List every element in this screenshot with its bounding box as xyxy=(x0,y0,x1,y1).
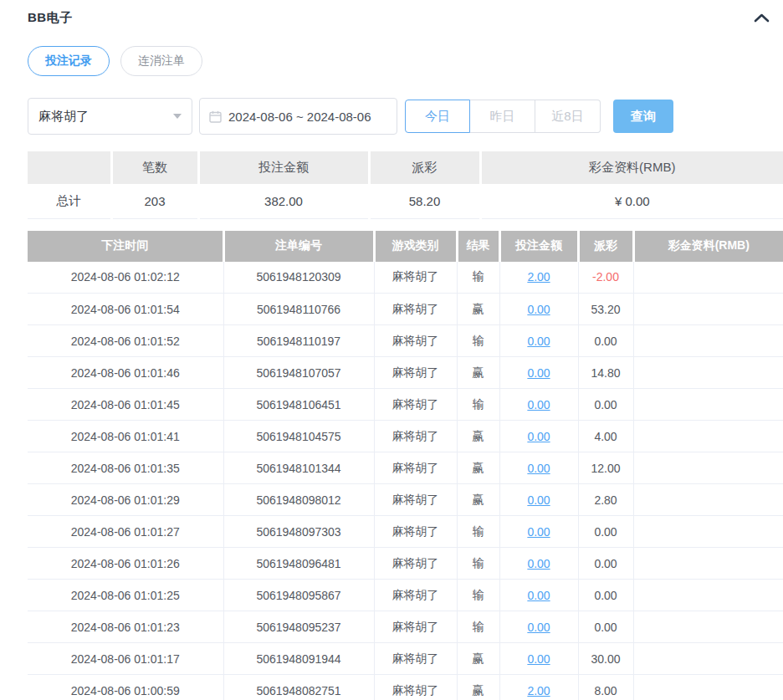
bonus-cell xyxy=(633,484,783,516)
bet-amount-link[interactable]: 0.00 xyxy=(527,366,550,380)
header-bet-amount: 投注金额 xyxy=(499,231,578,262)
bet-time-cell: 2024-08-06 01:01:41 xyxy=(28,421,223,452)
bet-amount-link[interactable]: 0.00 xyxy=(527,398,550,411)
page-title: BB电子 xyxy=(28,10,783,26)
collapse-button[interactable] xyxy=(751,8,771,27)
bonus-cell xyxy=(633,325,783,357)
bet-time-cell: 2024-08-06 01:01:26 xyxy=(28,548,223,580)
bet-time-cell: 2024-08-06 01:01:35 xyxy=(28,452,223,484)
payout-cell: 8.00 xyxy=(578,675,633,700)
game-type-cell: 麻将胡了 xyxy=(374,452,457,484)
header-payout: 派彩 xyxy=(578,231,633,262)
bet-amount-cell: 0.00 xyxy=(499,389,578,421)
payout-cell: 0.00 xyxy=(578,516,633,548)
game-select[interactable]: 麻将胡了 xyxy=(28,98,192,135)
bet-amount-cell: 0.00 xyxy=(499,611,578,643)
bet-amount-link[interactable]: 0.00 xyxy=(527,462,550,475)
bet-time-cell: 2024-08-06 01:01:54 xyxy=(28,294,223,325)
quick-date-group: 今日 昨日 近8日 xyxy=(405,100,601,133)
calendar-icon xyxy=(209,110,222,123)
payout-cell: 0.00 xyxy=(578,548,633,580)
bet-amount-cell: 0.00 xyxy=(499,294,578,325)
bet-amount-link[interactable]: 2.00 xyxy=(527,270,550,284)
date-range-input[interactable]: 2024-08-06 ~ 2024-08-06 xyxy=(199,98,397,135)
bet-amount-link[interactable]: 0.00 xyxy=(527,652,550,666)
result-cell: 输 xyxy=(457,325,499,357)
tab-cancelled-orders[interactable]: 连消注单 xyxy=(120,46,202,76)
bet-time-cell: 2024-08-06 01:00:59 xyxy=(28,675,223,700)
table-row: 2024-08-06 01:01:525061948110197麻将胡了输0.0… xyxy=(28,325,783,357)
tab-bet-records[interactable]: 投注记录 xyxy=(28,46,110,76)
bet-amount-link[interactable]: 0.00 xyxy=(527,493,550,507)
filter-bar: 麻将胡了 2024-08-06 ~ 2024-08-06 今日 昨日 近8日 查… xyxy=(28,98,783,135)
result-cell: 输 xyxy=(457,516,499,548)
order-no-cell: 5061948091944 xyxy=(223,643,374,675)
date-range-value: 2024-08-06 ~ 2024-08-06 xyxy=(228,110,371,124)
bonus-cell xyxy=(633,357,783,389)
order-no-cell: 5061948097303 xyxy=(223,516,374,548)
bet-time-cell: 2024-08-06 01:01:45 xyxy=(28,389,223,421)
quick-last8days-button[interactable]: 近8日 xyxy=(535,100,601,133)
table-row: 2024-08-06 01:01:295061948098012麻将胡了赢0.0… xyxy=(28,484,783,516)
table-row: 2024-08-06 01:01:465061948107057麻将胡了赢0.0… xyxy=(28,357,783,389)
quick-yesterday-button[interactable]: 昨日 xyxy=(470,100,535,133)
bb-electronic-panel: BB电子 投注记录 连消注单 麻将胡了 2024-08-06 ~ 2024-08… xyxy=(0,0,783,700)
bet-amount-link[interactable]: 0.00 xyxy=(527,557,550,570)
bet-amount-link[interactable]: 0.00 xyxy=(527,430,550,443)
bet-amount-cell: 0.00 xyxy=(499,325,578,357)
result-cell: 赢 xyxy=(457,421,499,452)
payout-cell: 4.00 xyxy=(578,421,633,452)
payout-cell: 14.80 xyxy=(578,357,633,389)
bet-amount-link[interactable]: 0.00 xyxy=(527,525,550,539)
game-type-cell: 麻将胡了 xyxy=(374,484,457,516)
quick-today-button[interactable]: 今日 xyxy=(405,100,470,133)
total-bet-amount: 382.00 xyxy=(198,184,369,218)
total-count: 203 xyxy=(111,184,198,218)
order-no-cell: 5061948110197 xyxy=(223,325,374,357)
search-button[interactable]: 查询 xyxy=(613,100,673,133)
bet-amount-link[interactable]: 0.00 xyxy=(527,589,550,602)
order-no-cell: 5061948110766 xyxy=(223,294,374,325)
bet-amount-cell: 0.00 xyxy=(499,452,578,484)
bonus-cell xyxy=(633,611,783,643)
bonus-cell xyxy=(633,421,783,452)
order-no-cell: 5061948095867 xyxy=(223,580,374,611)
bet-time-cell: 2024-08-06 01:02:12 xyxy=(28,262,223,294)
bet-time-cell: 2024-08-06 01:01:52 xyxy=(28,325,223,357)
game-select-value: 麻将胡了 xyxy=(38,109,173,125)
bonus-cell xyxy=(633,675,783,700)
payout-cell: 0.00 xyxy=(578,325,633,357)
table-row: 2024-08-06 01:01:255061948095867麻将胡了输0.0… xyxy=(28,580,783,611)
bet-amount-cell: 0.00 xyxy=(499,357,578,389)
bet-amount-link[interactable]: 2.00 xyxy=(527,684,550,697)
bet-amount-link[interactable]: 0.00 xyxy=(527,621,550,634)
bonus-cell xyxy=(633,262,783,294)
tab-bar: 投注记录 连消注单 xyxy=(28,46,783,76)
table-row: 2024-08-06 01:01:455061948106451麻将胡了输0.0… xyxy=(28,389,783,421)
table-row: 2024-08-06 01:01:355061948101344麻将胡了赢0.0… xyxy=(28,452,783,484)
bet-amount-cell: 0.00 xyxy=(499,484,578,516)
result-cell: 赢 xyxy=(457,643,499,675)
header-order-no: 注单编号 xyxy=(223,231,374,262)
game-type-cell: 麻将胡了 xyxy=(374,294,457,325)
bet-amount-link[interactable]: 0.00 xyxy=(527,303,550,316)
order-no-cell: 5061948082751 xyxy=(223,675,374,700)
bet-time-cell: 2024-08-06 01:01:25 xyxy=(28,580,223,611)
bet-amount-cell: 2.00 xyxy=(499,675,578,700)
records-header-row: 下注时间 注单编号 游戏类别 结果 投注金额 派彩 彩金资料(RMB) xyxy=(28,231,783,262)
game-type-cell: 麻将胡了 xyxy=(374,675,457,700)
order-no-cell: 5061948120309 xyxy=(223,262,374,294)
result-cell: 赢 xyxy=(457,452,499,484)
bet-amount-link[interactable]: 0.00 xyxy=(527,335,550,348)
chevron-up-icon xyxy=(754,13,770,23)
order-no-cell: 5061948096481 xyxy=(223,548,374,580)
payout-cell: 0.00 xyxy=(578,611,633,643)
summary-header-payout: 派彩 xyxy=(369,151,480,184)
game-type-cell: 麻将胡了 xyxy=(374,580,457,611)
header-bonus: 彩金资料(RMB) xyxy=(633,231,783,262)
summary-total-row: 总计 203 382.00 58.20 ¥ 0.00 xyxy=(28,184,783,218)
bet-amount-cell: 0.00 xyxy=(499,516,578,548)
bonus-cell xyxy=(633,294,783,325)
summary-header-bet-amount: 投注金额 xyxy=(198,151,369,184)
game-type-cell: 麻将胡了 xyxy=(374,325,457,357)
